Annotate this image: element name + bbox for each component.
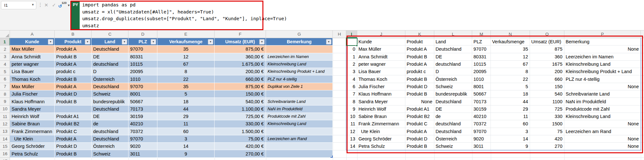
- table-cell[interactable]: Deutschland: [434, 46, 472, 53]
- table-cell[interactable]: 29: [157, 113, 215, 120]
- row-header-14[interactable]: 14: [0, 135, 10, 143]
- table-cell[interactable]: 9020: [472, 135, 491, 143]
- table-cell[interactable]: 725: [530, 105, 564, 113]
- filter-button[interactable]: ▼: [151, 39, 156, 45]
- table-cell[interactable]: 1010: [128, 75, 157, 83]
- table-cell[interactable]: Max Müller: [357, 46, 405, 53]
- enter-check-icon[interactable]: ✓: [50, 1, 57, 9]
- table-cell[interactable]: Produkt D: [405, 83, 434, 90]
- filter-button[interactable]: ▼: [326, 39, 331, 45]
- table-cell[interactable]: [266, 128, 333, 135]
- table-cell[interactable]: Schreibvariante Land: [564, 90, 641, 98]
- table-cell[interactable]: 3011: [128, 150, 157, 157]
- table-cell[interactable]: Produkt A: [405, 61, 434, 68]
- table-cell[interactable]: Produkt A: [405, 128, 434, 135]
- column-header-L[interactable]: L: [434, 30, 472, 38]
- table-cell[interactable]: Produkt A1: [55, 113, 92, 120]
- table-cell[interactable]: 0: [346, 46, 357, 53]
- row-header-1[interactable]: 1: [0, 38, 10, 46]
- table-cell[interactable]: 270,00 €: [215, 150, 266, 157]
- output-header-cell[interactable]: Land: [434, 38, 472, 46]
- table-cell[interactable]: 97070: [128, 46, 157, 53]
- table-cell[interactable]: Klaus Hoffmann: [10, 98, 55, 105]
- table-cell[interactable]: 14: [491, 135, 530, 143]
- table-cell[interactable]: Österreich: [434, 75, 472, 83]
- table-cell[interactable]: [266, 143, 333, 150]
- table-cell[interactable]: 13: [346, 135, 357, 143]
- column-header-J[interactable]: J: [357, 30, 405, 38]
- table-cell[interactable]: 660: [530, 75, 564, 83]
- table-cell[interactable]: D: [434, 68, 472, 75]
- table-cell[interactable]: 35: [157, 46, 215, 53]
- table-cell[interactable]: Ute Klein: [357, 128, 405, 135]
- table-cell[interactable]: 97070: [472, 46, 491, 53]
- table-cell[interactable]: None: [564, 143, 641, 150]
- table-cell[interactable]: 1: [346, 53, 357, 61]
- table-cell[interactable]: 22: [491, 75, 530, 83]
- table-cell[interactable]: DE: [92, 53, 128, 61]
- table-cell[interactable]: Schweiz: [92, 90, 128, 98]
- table-cell[interactable]: DE: [434, 53, 472, 61]
- table-cell[interactable]: 70173: [128, 105, 157, 113]
- table-cell[interactable]: Max Müller: [10, 46, 55, 53]
- table-cell[interactable]: 18: [157, 98, 215, 105]
- table-cell[interactable]: 1.500,00 €: [215, 128, 266, 135]
- table-cell[interactable]: Leerzeichen im Namen: [266, 53, 333, 61]
- column-header-A[interactable]: A: [10, 30, 55, 38]
- table-cell[interactable]: Kleinschreibung Land: [564, 113, 641, 120]
- row-header-7[interactable]: 7: [0, 83, 10, 90]
- table-cell[interactable]: 9: [491, 143, 530, 150]
- table-cell[interactable]: 5: [157, 90, 215, 98]
- row-header-10[interactable]: 10: [0, 105, 10, 113]
- table-cell[interactable]: 875,00 €: [215, 83, 266, 90]
- table-cell[interactable]: de: [434, 113, 472, 120]
- table-cell[interactable]: 35: [157, 83, 215, 90]
- column-header-I[interactable]: I: [346, 30, 357, 38]
- table-cell[interactable]: 1.100,00 €: [215, 105, 266, 113]
- table-cell[interactable]: 200,00 €: [215, 68, 266, 75]
- table-cell[interactable]: 9: [157, 150, 215, 157]
- table-cell[interactable]: Deutschland: [92, 46, 128, 53]
- row-header-2[interactable]: 2: [0, 46, 10, 53]
- table-cell[interactable]: produkt c: [55, 68, 92, 75]
- table-cell[interactable]: Sabine Braun: [357, 113, 405, 120]
- table-cell[interactable]: Produkt B2: [405, 113, 434, 120]
- table-cell[interactable]: 330,00 €: [215, 120, 266, 128]
- table-cell[interactable]: de: [92, 120, 128, 128]
- table-cell[interactable]: 150,00 €: [215, 90, 266, 98]
- table-cell[interactable]: 67: [491, 61, 530, 68]
- table-cell[interactable]: 1010: [472, 75, 491, 83]
- filter-button[interactable]: ▼: [85, 39, 90, 45]
- output-type-chevron-icon[interactable]: ▾: [66, 1, 71, 9]
- row-header-3[interactable]: 3: [0, 53, 10, 61]
- row-header-6[interactable]: 6: [0, 76, 10, 83]
- table-cell[interactable]: Deutschland: [92, 83, 128, 90]
- table-cell[interactable]: 3: [346, 68, 357, 75]
- table-cell[interactable]: Deutschland: [434, 98, 472, 105]
- table-cell[interactable]: Schweiz: [92, 150, 128, 157]
- table-cell[interactable]: Anna Schmidt: [357, 53, 405, 61]
- table-cell[interactable]: 20095: [472, 68, 491, 75]
- column-header-G[interactable]: G: [266, 30, 333, 38]
- table-cell[interactable]: 29: [491, 105, 530, 113]
- column-header-cell[interactable]: Land▼: [92, 38, 128, 46]
- table-cell[interactable]: Anna Schmidt: [10, 53, 55, 61]
- table-cell[interactable]: None: [564, 120, 641, 128]
- table-cell[interactable]: Produkt B: [405, 75, 434, 83]
- table-cell[interactable]: 75: [530, 128, 564, 135]
- table-cell[interactable]: [266, 90, 333, 98]
- filter-button[interactable]: ▼: [208, 39, 213, 45]
- table-cell[interactable]: Kleinschreibung Land: [266, 120, 333, 128]
- table-cell[interactable]: 20095: [128, 68, 157, 75]
- table-cell[interactable]: 6: [346, 83, 357, 90]
- output-header-cell[interactable]: Produkt: [405, 38, 434, 46]
- table-cell[interactable]: 12: [346, 128, 357, 135]
- table-cell[interactable]: 8001: [128, 90, 157, 98]
- filter-button[interactable]: ▼: [259, 39, 265, 45]
- column-header-O[interactable]: O: [530, 30, 564, 38]
- output-header-cell[interactable]: PLZ: [472, 38, 491, 46]
- table-cell[interactable]: Produkt D: [55, 90, 92, 98]
- column-header-cell[interactable]: Kunde▼: [10, 38, 55, 46]
- table-cell[interactable]: Leerzeichen am Rand: [266, 135, 333, 143]
- table-cell[interactable]: 8: [157, 68, 215, 75]
